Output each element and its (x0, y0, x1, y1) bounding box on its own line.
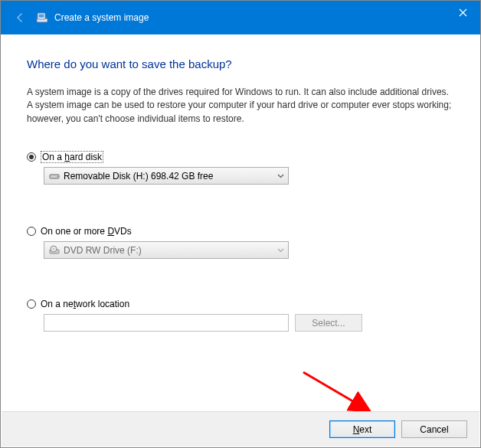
radio-label-hard-disk: On a hard disk (41, 152, 103, 162)
select-network-button: Select... (295, 314, 362, 332)
next-button[interactable]: Next (329, 420, 395, 438)
close-button[interactable] (445, 1, 480, 24)
dvd-value: DVD RW Drive (F:) (64, 245, 142, 256)
back-icon[interactable] (13, 11, 27, 25)
svg-point-4 (57, 175, 58, 177)
svg-point-7 (53, 248, 54, 250)
hard-drive-icon (49, 171, 60, 181)
radio-label-dvd: On one or more DVDs (41, 226, 132, 237)
radio-icon (27, 299, 36, 309)
dvd-drive-icon (49, 245, 60, 256)
radio-network[interactable]: On a network location (27, 299, 454, 309)
window-title: Create a system image (54, 12, 149, 23)
svg-rect-2 (39, 15, 44, 18)
radio-icon (27, 152, 36, 162)
radio-dvd[interactable]: On one or more DVDs (27, 226, 454, 237)
hard-disk-value: Removable Disk (H:) 698.42 GB free (64, 171, 213, 181)
description-text: A system image is a copy of the drives r… (27, 86, 454, 126)
network-path-input[interactable] (44, 314, 289, 332)
hard-disk-dropdown[interactable]: Removable Disk (H:) 698.42 GB free (44, 167, 289, 185)
chevron-down-icon (273, 242, 288, 258)
radio-hard-disk[interactable]: On a hard disk (27, 152, 454, 162)
cancel-button[interactable]: Cancel (401, 420, 467, 438)
svg-line-8 (303, 372, 370, 411)
chevron-down-icon (273, 168, 288, 184)
radio-label-network: On a network location (41, 299, 129, 309)
radio-icon (27, 227, 36, 236)
dvd-dropdown[interactable]: DVD RW Drive (F:) (44, 241, 289, 259)
page-heading: Where do you want to save the backup? (27, 57, 454, 70)
app-icon (36, 11, 48, 24)
